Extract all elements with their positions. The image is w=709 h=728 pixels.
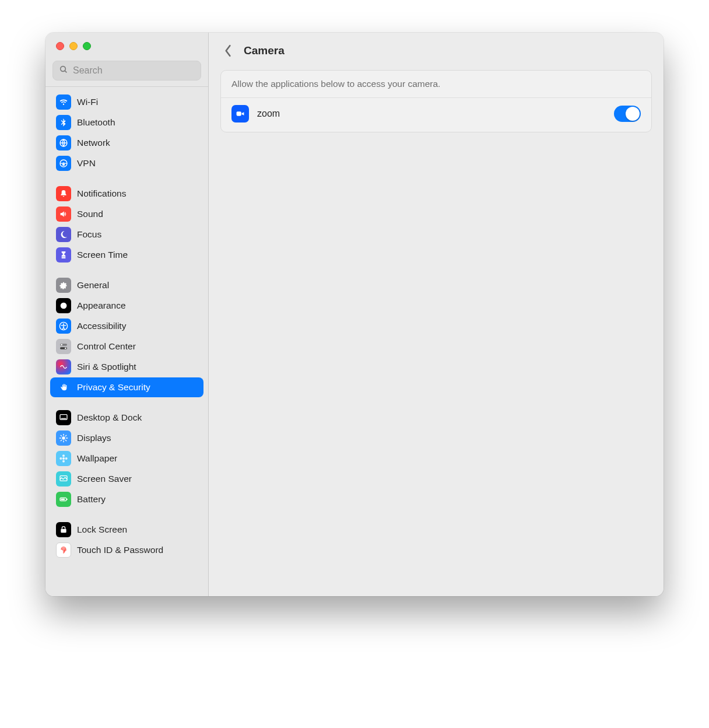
chevron-left-icon: [224, 44, 232, 57]
sidebar-group: Wi-FiBluetoothNetworkVPN: [45, 88, 208, 180]
sidebar-item-desktopdock[interactable]: Desktop & Dock: [50, 408, 203, 428]
bluetooth-icon: [56, 115, 71, 130]
sidebar-item-screentime[interactable]: Screen Time: [50, 245, 203, 265]
app-row-zoom: zoom: [221, 98, 651, 132]
dock-icon: [56, 410, 71, 425]
sidebar-item-label: Desktop & Dock: [77, 412, 142, 423]
accessibility-icon: [56, 318, 71, 334]
sidebar-group: Desktop & DockDisplaysWallpaperScreen Sa…: [45, 404, 208, 516]
sidebar-item-label: Screen Time: [77, 250, 128, 260]
sidebar-item-label: Battery: [77, 494, 106, 505]
sidebar: Wi-FiBluetoothNetworkVPNNotificationsSou…: [45, 33, 209, 596]
search-field[interactable]: [52, 61, 201, 80]
speaker-icon: [56, 206, 71, 222]
system-settings-window: Wi-FiBluetoothNetworkVPNNotificationsSou…: [45, 33, 664, 596]
sidebar-item-controlcenter[interactable]: Control Center: [50, 337, 203, 356]
content-pane: Camera Allow the applications below to a…: [209, 33, 664, 596]
sidebar-item-label: Bluetooth: [77, 117, 115, 128]
battery-icon: [56, 492, 71, 507]
sidebar-item-label: Notifications: [77, 188, 126, 199]
sidebar-item-focus[interactable]: Focus: [50, 225, 203, 244]
sidebar-item-label: Wi-Fi: [77, 97, 98, 107]
gear-icon: [56, 278, 71, 293]
page-title: Camera: [244, 44, 285, 57]
sidebar-item-accessibility[interactable]: Accessibility: [50, 316, 203, 336]
sidebar-item-label: Screen Saver: [77, 474, 132, 484]
globe-icon: [56, 135, 71, 150]
fingerprint-icon: [56, 542, 71, 558]
sidebar-item-label: Control Center: [77, 341, 136, 352]
hourglass-icon: [56, 247, 71, 262]
sidebar-item-battery[interactable]: Battery: [50, 489, 203, 509]
sidebar-item-touchid[interactable]: Touch ID & Password: [50, 540, 203, 560]
sidebar-nav: Wi-FiBluetoothNetworkVPNNotificationsSou…: [45, 86, 208, 596]
moon-icon: [56, 227, 71, 242]
sidebar-item-general[interactable]: General: [50, 275, 203, 295]
panel-description: Allow the applications below to access y…: [221, 71, 651, 98]
back-button[interactable]: [220, 43, 236, 58]
sidebar-item-bluetooth[interactable]: Bluetooth: [50, 113, 203, 132]
sidebar-item-label: Lock Screen: [77, 524, 127, 535]
sidebar-item-screensaver[interactable]: Screen Saver: [50, 469, 203, 489]
sidebar-item-label: Network: [77, 138, 110, 148]
sidebar-item-label: Displays: [77, 433, 111, 443]
sidebar-group: Lock ScreenTouch ID & Password: [45, 516, 208, 566]
sidebar-item-label: Wallpaper: [77, 453, 117, 464]
vpn-globe-icon: [56, 156, 71, 171]
sidebar-item-label: Siri & Spotlight: [77, 362, 136, 372]
sidebar-item-network[interactable]: Network: [50, 133, 203, 153]
sidebar-item-label: Appearance: [77, 300, 126, 311]
sidebar-item-notifications[interactable]: Notifications: [50, 184, 203, 204]
lock-icon: [56, 522, 71, 537]
search-icon: [59, 65, 68, 76]
switches-icon: [56, 339, 71, 354]
sidebar-item-label: Privacy & Security: [77, 382, 150, 393]
sidebar-group: GeneralAppearanceAccessibilityControl Ce…: [45, 271, 208, 404]
sun-icon: [56, 430, 71, 446]
sidebar-item-label: Focus: [77, 229, 101, 240]
sidebar-item-privacy[interactable]: Privacy & Security: [50, 377, 203, 397]
bell-icon: [56, 186, 71, 201]
sidebar-item-displays[interactable]: Displays: [50, 428, 203, 448]
svg-point-0: [61, 66, 66, 72]
permission-toggle-zoom[interactable]: [614, 106, 641, 122]
sidebar-item-label: Accessibility: [77, 321, 126, 331]
sidebar-item-wifi[interactable]: Wi-Fi: [50, 92, 203, 112]
search-input[interactable]: [73, 65, 195, 76]
svg-line-1: [65, 71, 66, 72]
camera-permissions-panel: Allow the applications below to access y…: [220, 70, 652, 132]
sidebar-item-appearance[interactable]: Appearance: [50, 296, 203, 316]
sidebar-item-label: General: [77, 280, 109, 290]
sidebar-item-label: VPN: [77, 158, 96, 169]
appearance-icon: [56, 298, 71, 313]
zoom-icon: [231, 105, 249, 123]
minimize-window-button[interactable]: [69, 42, 78, 50]
hand-icon: [56, 380, 71, 395]
sidebar-item-lockscreen[interactable]: Lock Screen: [50, 520, 203, 540]
screensaver-icon: [56, 471, 71, 487]
content-header: Camera: [209, 33, 664, 64]
sidebar-item-vpn[interactable]: VPN: [50, 153, 203, 173]
siri-icon: [56, 359, 71, 374]
window-controls: [45, 33, 208, 55]
wifi-icon: [56, 94, 71, 110]
search-container: [45, 55, 208, 86]
sidebar-item-siri[interactable]: Siri & Spotlight: [50, 357, 203, 377]
zoom-window-button[interactable]: [83, 42, 91, 50]
sidebar-item-sound[interactable]: Sound: [50, 204, 203, 224]
flower-icon: [56, 451, 71, 466]
sidebar-group: NotificationsSoundFocusScreen Time: [45, 180, 208, 271]
sidebar-item-label: Sound: [77, 209, 103, 219]
app-name-label: zoom: [257, 108, 606, 119]
sidebar-item-wallpaper[interactable]: Wallpaper: [50, 449, 203, 468]
close-window-button[interactable]: [56, 42, 64, 50]
sidebar-item-label: Touch ID & Password: [77, 545, 163, 555]
